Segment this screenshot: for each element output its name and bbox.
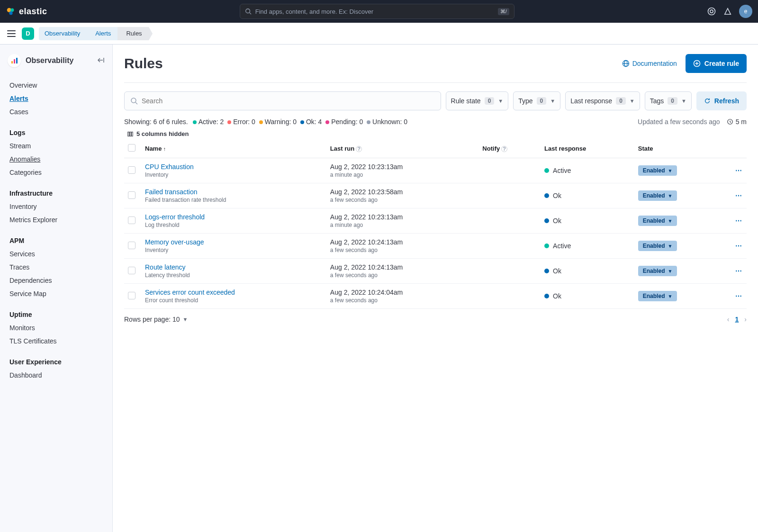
rules-search-box[interactable] [124, 91, 441, 110]
create-rule-button[interactable]: Create rule [686, 54, 747, 73]
rule-name-link[interactable]: CPU Exhaustion [145, 163, 323, 171]
refresh-button[interactable]: Refresh [696, 91, 747, 110]
sidebar-item-cases[interactable]: Cases [0, 105, 112, 118]
nav-group-title: Uptime [0, 306, 112, 321]
svg-rect-21 [130, 132, 131, 136]
filter-type[interactable]: Type 0 ▼ [513, 91, 560, 110]
breadcrumb: Observability Alerts Rules [39, 27, 149, 40]
help-icon[interactable] [707, 7, 716, 16]
rule-name-link[interactable]: Services error count exceeded [145, 289, 323, 296]
response-text: Active [553, 242, 571, 250]
sidebar-item-monitors[interactable]: Monitors [0, 321, 112, 334]
svg-rect-8 [14, 59, 15, 63]
breadcrumb-rules: Rules [117, 27, 148, 40]
col-state[interactable]: State [634, 139, 723, 158]
rule-name-link[interactable]: Memory over-usage [145, 238, 323, 246]
col-last-run[interactable]: Last run? [326, 139, 479, 158]
sidebar-item-categories[interactable]: Categories [0, 166, 112, 179]
rows-per-page-selector[interactable]: Rows per page: 10 ▼ [124, 316, 188, 323]
row-checkbox[interactable] [128, 166, 135, 174]
breadcrumb-alerts[interactable]: Alerts [87, 27, 117, 40]
elastic-logo[interactable]: elastic [6, 6, 47, 17]
row-checkbox[interactable] [128, 242, 135, 249]
row-actions-button[interactable]: ⋯ [735, 292, 743, 300]
interval-selector[interactable]: 5 m [727, 118, 747, 126]
sidebar-item-dashboard[interactable]: Dashboard [0, 369, 112, 382]
page-actions: Documentation Create rule [622, 54, 747, 73]
rule-type-label: Latency threshold [145, 272, 323, 279]
sidebar-item-service-map[interactable]: Service Map [0, 287, 112, 300]
table-row: Failed transactionFailed transaction rat… [124, 183, 747, 208]
nav-group-title: Infrastructure [0, 185, 112, 200]
table-footer: Rows per page: 10 ▼ ‹ 1 › [124, 316, 747, 323]
rule-name-link[interactable]: Logs-error threshold [145, 213, 323, 221]
row-actions-button[interactable]: ⋯ [735, 242, 743, 250]
global-search-input[interactable]: Find apps, content, and more. Ex: Discov… [240, 4, 514, 19]
sidebar-item-overview[interactable]: Overview [0, 79, 112, 92]
elastic-logo-icon [6, 6, 16, 17]
filter-tags[interactable]: Tags 0 ▼ [645, 91, 692, 110]
sidebar-item-services[interactable]: Services [0, 247, 112, 261]
row-actions-button[interactable]: ⋯ [735, 267, 743, 275]
sidebar-item-inventory[interactable]: Inventory [0, 200, 112, 213]
state-toggle[interactable]: Enabled ▼ [638, 190, 677, 201]
page-prev-button[interactable]: ‹ [727, 316, 730, 323]
documentation-link[interactable]: Documentation [622, 60, 677, 67]
col-notify[interactable]: Notify? [478, 139, 541, 158]
sidebar-item-tls-certificates[interactable]: TLS Certificates [0, 334, 112, 348]
page-number[interactable]: 1 [735, 316, 739, 323]
newsfeed-icon[interactable] [723, 7, 732, 16]
plus-circle-icon [693, 60, 701, 67]
row-checkbox[interactable] [128, 267, 135, 274]
chevron-down-icon: ▼ [668, 218, 672, 224]
sidebar-item-anomalies[interactable]: Anomalies [0, 153, 112, 166]
state-toggle[interactable]: Enabled ▼ [638, 165, 677, 176]
state-toggle[interactable]: Enabled ▼ [638, 266, 677, 276]
col-last-response[interactable]: Last response [541, 139, 634, 158]
last-response-cell: Ok [544, 217, 631, 225]
sidebar-item-dependencies[interactable]: Dependencies [0, 274, 112, 287]
row-actions-button[interactable]: ⋯ [735, 167, 743, 174]
sort-asc-icon: ↑ [163, 146, 166, 152]
sidebar-item-stream[interactable]: Stream [0, 139, 112, 153]
nav-toggle-button[interactable] [6, 28, 17, 39]
svg-point-17 [131, 98, 136, 103]
state-toggle[interactable]: Enabled ▼ [638, 291, 677, 301]
row-checkbox[interactable] [128, 191, 135, 199]
space-selector[interactable]: D [22, 27, 34, 40]
filter-rule-state[interactable]: Rule state 0 ▼ [446, 91, 509, 110]
page-next-button[interactable]: › [744, 316, 747, 323]
rule-name-link[interactable]: Failed transaction [145, 188, 323, 196]
last-run-ago: a minute ago [330, 222, 475, 228]
state-toggle[interactable]: Enabled ▼ [638, 216, 677, 226]
breadcrumb-observability[interactable]: Observability [39, 27, 87, 40]
header-icon-group: e [707, 5, 752, 18]
sidebar-item-alerts[interactable]: Alerts [0, 92, 112, 105]
svg-rect-7 [11, 61, 13, 63]
filter-last-response[interactable]: Last response 0 ▼ [565, 91, 640, 110]
collapse-sidebar-button[interactable] [97, 56, 105, 65]
svg-point-6 [710, 10, 713, 13]
col-name[interactable]: Name↑ [141, 139, 326, 158]
last-run-time: Aug 2, 2022 10:23:13am [330, 213, 475, 221]
user-avatar[interactable]: e [739, 5, 752, 18]
select-all-checkbox[interactable] [128, 144, 135, 152]
row-actions-button[interactable]: ⋯ [735, 217, 743, 225]
rule-type-label: Log threshold [145, 222, 323, 228]
response-text: Ok [553, 217, 561, 225]
nav-group-title: User Experience [0, 353, 112, 369]
status-dot [367, 120, 370, 124]
rule-name-link[interactable]: Route latency [145, 263, 323, 271]
state-toggle[interactable]: Enabled ▼ [638, 241, 677, 251]
sidebar-item-traces[interactable]: Traces [0, 261, 112, 274]
chevron-down-icon: ▼ [668, 243, 672, 249]
row-checkbox[interactable] [128, 216, 135, 224]
rules-search-input[interactable] [142, 97, 435, 105]
row-actions-button[interactable]: ⋯ [735, 192, 743, 199]
sidebar-item-metrics-explorer[interactable]: Metrics Explorer [0, 213, 112, 226]
row-checkbox[interactable] [128, 292, 135, 299]
last-run-time: Aug 2, 2022 10:24:13am [330, 263, 475, 271]
page-head: Rules Documentation Create rule [124, 54, 747, 83]
columns-hidden-toggle[interactable]: 5 columns hidden [127, 130, 747, 137]
table-row: Route latencyLatency thresholdAug 2, 202… [124, 259, 747, 284]
